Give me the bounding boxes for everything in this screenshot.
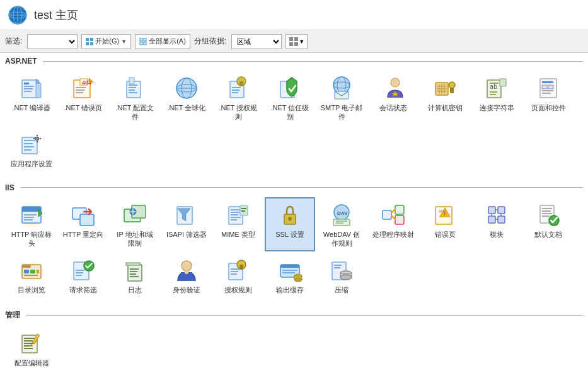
svg-rect-44 bbox=[239, 81, 243, 86]
net-global-item[interactable]: .NET 全球化 bbox=[161, 71, 212, 125]
svg-rect-91 bbox=[24, 219, 33, 221]
filter-label: 筛选: bbox=[5, 36, 22, 47]
show-all-button[interactable]: 全部显示(A) bbox=[135, 34, 190, 49]
svg-rect-78 bbox=[24, 143, 33, 144]
default-doc-item[interactable]: 默认文档 bbox=[523, 197, 574, 252]
http-response-item[interactable]: HTTP 响应标头 bbox=[6, 197, 57, 252]
group-by-label: 分组依据: bbox=[194, 36, 226, 47]
mime-item[interactable]: MIME 类型 bbox=[213, 197, 263, 252]
svg-rect-7 bbox=[90, 38, 93, 41]
svg-rect-46 bbox=[232, 89, 239, 91]
net-global-icon bbox=[174, 76, 199, 101]
dir-browse-label: 目录浏览 bbox=[18, 285, 45, 294]
svg-rect-140 bbox=[542, 215, 550, 217]
smtp-icon bbox=[329, 76, 354, 101]
request-filter-icon bbox=[71, 258, 96, 283]
svg-rect-89 bbox=[24, 214, 37, 215]
compress-item[interactable]: 压缩 bbox=[316, 253, 367, 298]
net-error-item[interactable]: 404 .NET 错误页 bbox=[58, 71, 108, 125]
auth2-item[interactable]: 身份验证 bbox=[161, 253, 212, 298]
iis-header: IIS bbox=[5, 180, 583, 195]
net-config-icon bbox=[122, 76, 147, 101]
net-auth-label: .NET 授权规则 bbox=[217, 103, 260, 122]
net-auth-icon bbox=[226, 76, 251, 101]
mime-icon bbox=[226, 202, 251, 227]
svg-rect-29 bbox=[76, 89, 84, 91]
svg-rect-144 bbox=[24, 270, 29, 273]
svg-rect-36 bbox=[129, 89, 135, 91]
svg-rect-157 bbox=[130, 273, 136, 275]
pages-item[interactable]: 页面和控件 bbox=[523, 71, 574, 125]
config-editor-item[interactable]: 配置编辑器 bbox=[6, 326, 57, 371]
error-page2-item[interactable]: ! 404 错误页 bbox=[420, 197, 470, 252]
request-filter-item[interactable]: 请求筛选 bbox=[58, 253, 108, 298]
net-error-label: .NET 错误页 bbox=[64, 103, 103, 112]
view-toggle-button[interactable]: ▼ bbox=[285, 34, 308, 49]
logging-item[interactable]: 日志 bbox=[110, 253, 160, 298]
authz2-item[interactable]: 授权规则 bbox=[213, 253, 263, 298]
svg-rect-63 bbox=[450, 88, 454, 93]
svg-rect-150 bbox=[76, 270, 84, 271]
svg-marker-31 bbox=[89, 77, 94, 83]
net-trust-icon bbox=[277, 76, 303, 101]
dir-browse-item[interactable]: 目录浏览 bbox=[6, 253, 57, 298]
machine-key-item[interactable]: 计算机密钥 bbox=[420, 71, 470, 125]
svg-rect-22 bbox=[24, 91, 32, 92]
svg-point-159 bbox=[182, 261, 192, 271]
session-item[interactable]: 会话状态 bbox=[368, 71, 418, 125]
mime-label: MIME 类型 bbox=[221, 230, 255, 239]
svg-rect-68 bbox=[490, 94, 496, 95]
svg-rect-138 bbox=[542, 210, 551, 212]
svg-rect-21 bbox=[24, 88, 33, 89]
net-auth-item[interactable]: .NET 授权规则 bbox=[213, 71, 263, 125]
net-compiler-label: .NET 编译器 bbox=[13, 103, 51, 112]
modules-item[interactable]: 模块 bbox=[471, 197, 522, 252]
management-divider bbox=[26, 315, 583, 316]
svg-rect-17 bbox=[294, 42, 298, 46]
svg-rect-172 bbox=[282, 272, 295, 273]
svg-text:ab: ab bbox=[490, 83, 497, 90]
output-cache-item[interactable]: 输出缓存 bbox=[265, 253, 315, 298]
handler-map-item[interactable]: 处理程序映射 bbox=[368, 197, 418, 252]
iis-grid: HTTP 响应标头 HTTP 重定向 bbox=[5, 197, 583, 252]
output-cache-icon bbox=[277, 258, 303, 283]
request-filter-label: 请求筛选 bbox=[69, 285, 97, 294]
net-config-item[interactable]: .NET 配置文件 bbox=[110, 71, 160, 125]
svg-rect-181 bbox=[334, 267, 340, 268]
svg-rect-13 bbox=[144, 42, 146, 45]
app-settings-label: 应用程序设置 bbox=[11, 159, 52, 168]
group-by-select[interactable]: 区域 bbox=[231, 34, 282, 49]
start-button[interactable]: 开始(G) ▼ bbox=[81, 34, 131, 49]
net-trust-item[interactable]: .NET 信任级别 bbox=[265, 71, 315, 125]
net-compiler-item[interactable]: .NET 编译器 bbox=[6, 71, 57, 125]
conn-string-icon: ab bbox=[484, 76, 509, 101]
isapi-item[interactable]: ISAPI 筛选器 bbox=[161, 197, 212, 252]
filter-select[interactable] bbox=[27, 34, 78, 49]
iis-divider bbox=[21, 187, 583, 188]
svg-rect-146 bbox=[37, 270, 39, 273]
app-settings-item[interactable]: 应用程序设置 bbox=[6, 127, 57, 172]
ssl-label: SSL 设置 bbox=[275, 230, 304, 239]
svg-rect-90 bbox=[24, 217, 34, 218]
ssl-item[interactable]: SSL 设置 bbox=[265, 197, 315, 252]
svg-rect-158 bbox=[130, 276, 139, 277]
webdav-icon: DAV bbox=[329, 202, 354, 227]
smtp-item[interactable]: SMTP 电子邮件 bbox=[316, 71, 367, 125]
ip-domain-item[interactable]: IP 地址和域限制 bbox=[110, 197, 160, 252]
svg-rect-151 bbox=[76, 272, 83, 273]
aspnet-title: ASP.NET bbox=[5, 57, 40, 66]
svg-rect-19 bbox=[24, 83, 29, 84]
svg-rect-167 bbox=[231, 273, 237, 275]
svg-rect-77 bbox=[24, 140, 35, 141]
handler-map-icon bbox=[381, 202, 406, 227]
compress-label: 压缩 bbox=[335, 285, 349, 294]
svg-rect-154 bbox=[126, 263, 140, 265]
svg-rect-74 bbox=[542, 90, 553, 91]
svg-rect-66 bbox=[490, 83, 499, 84]
modules-icon bbox=[484, 202, 509, 227]
ip-domain-label: IP 地址和域限制 bbox=[113, 230, 156, 248]
webdav-item[interactable]: DAV WebDAV 创作规则 bbox=[316, 197, 367, 252]
conn-string-item[interactable]: ab 连接字符串 bbox=[471, 71, 522, 125]
http-redirect-item[interactable]: HTTP 重定向 bbox=[58, 197, 108, 252]
toolbar: 筛选: 开始(G) ▼ 全部显示(A) 分组依据: 区域 ▼ bbox=[0, 30, 588, 53]
